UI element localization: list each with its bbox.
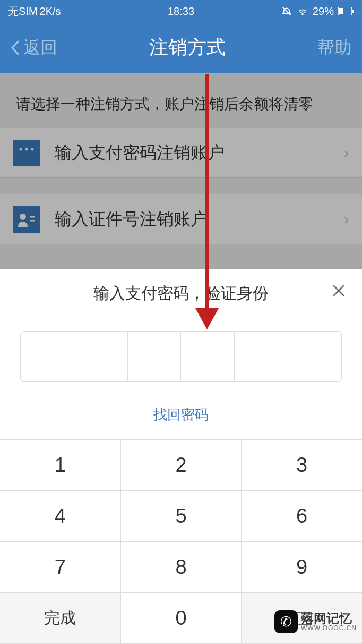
close-button[interactable] <box>331 283 346 302</box>
pin-digit-4 <box>181 332 235 381</box>
svg-rect-3 <box>339 8 343 14</box>
status-bar: 无SIM 2K/s 18:33 29% <box>0 0 362 22</box>
pin-digit-5 <box>235 332 288 381</box>
clock: 18:33 <box>168 5 194 18</box>
sim-status: 无SIM <box>8 4 38 19</box>
key-2[interactable]: 2 <box>121 440 242 491</box>
nav-bar: 返回 注销方式 帮助 <box>0 22 362 73</box>
key-6[interactable]: 6 <box>242 491 362 542</box>
page-title: 注销方式 <box>149 35 226 61</box>
help-button[interactable]: 帮助 <box>317 36 351 60</box>
watermark-logo-icon: ✆ <box>274 610 298 633</box>
watermark: ✆ 落网记忆 WWW.OOOC.CN <box>274 610 357 633</box>
network-speed: 2K/s <box>40 5 61 18</box>
key-9[interactable]: 9 <box>242 542 362 593</box>
battery-percent: 29% <box>313 5 334 18</box>
watermark-url: WWW.OOOC.CN <box>301 625 357 631</box>
mute-icon <box>281 5 292 17</box>
pin-input[interactable] <box>20 331 342 382</box>
password-modal: 输入支付密码，验证身份 找回密码 1 2 3 4 5 6 7 8 9 <box>0 269 362 644</box>
chevron-left-icon <box>11 39 20 56</box>
status-left: 无SIM 2K/s <box>8 4 61 19</box>
recover-password-link[interactable]: 找回密码 <box>0 405 362 424</box>
close-icon <box>331 283 346 298</box>
key-5[interactable]: 5 <box>121 491 242 542</box>
key-8[interactable]: 8 <box>121 542 242 593</box>
back-label: 返回 <box>23 36 57 60</box>
modal-title: 输入支付密码，验证身份 <box>0 283 362 304</box>
svg-rect-4 <box>352 10 354 13</box>
pin-digit-3 <box>128 332 182 381</box>
wifi-icon <box>297 5 308 17</box>
key-0[interactable]: 0 <box>121 593 242 644</box>
modal-header: 输入支付密码，验证身份 找回密码 <box>0 269 362 439</box>
key-3[interactable]: 3 <box>242 440 362 491</box>
pin-digit-2 <box>74 332 128 381</box>
key-4[interactable]: 4 <box>0 491 121 542</box>
status-right: 29% <box>281 5 354 18</box>
key-done[interactable]: 完成 <box>0 593 121 644</box>
watermark-title: 落网记忆 <box>301 612 357 625</box>
pin-digit-6 <box>288 332 341 381</box>
key-7[interactable]: 7 <box>0 542 121 593</box>
back-button[interactable]: 返回 <box>11 36 57 60</box>
key-1[interactable]: 1 <box>0 440 121 491</box>
battery-icon <box>338 7 354 15</box>
svg-point-1 <box>302 14 303 15</box>
pin-digit-1 <box>21 332 74 381</box>
